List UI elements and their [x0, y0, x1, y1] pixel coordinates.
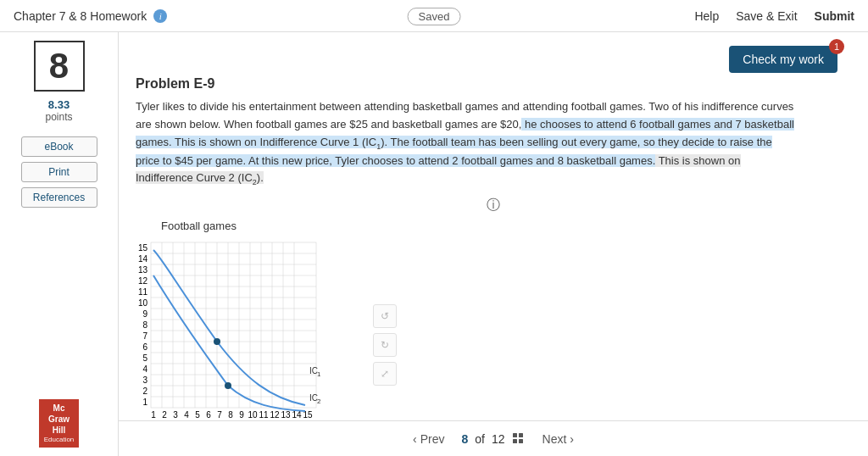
ic1-sublabel: 1: [317, 370, 321, 378]
svg-text:12: 12: [270, 410, 280, 420]
problem-number-box: 8: [34, 41, 85, 92]
check-btn-container: Check my work 1: [136, 39, 851, 76]
help-link[interactable]: Help: [694, 9, 719, 23]
chart-svg-wrap: 15 14 13 12 11 10 9 8 7 6 5 4 3 2: [136, 236, 364, 425]
svg-text:1: 1: [151, 410, 156, 420]
svg-text:5: 5: [195, 410, 200, 420]
svg-rect-59: [519, 433, 523, 437]
footer-nav: ‹ Prev 8 of 12 Next ›: [119, 420, 868, 456]
page-info: 8 of 12: [461, 432, 525, 446]
grid-icon[interactable]: [512, 432, 526, 446]
sidebar: 8 8.33 points eBook Print References Mc …: [0, 32, 119, 456]
svg-text:5: 5: [142, 353, 147, 363]
chart-container: Football games 15 14 13 12 11 10 9 8 7 6: [136, 220, 364, 425]
svg-text:9: 9: [239, 410, 244, 420]
prev-arrow-icon: ‹: [413, 432, 417, 446]
svg-text:2: 2: [142, 386, 147, 396]
ic1-point: [214, 338, 220, 345]
next-arrow-icon: ›: [570, 432, 574, 446]
check-my-work-button[interactable]: Check my work 1: [729, 46, 837, 73]
svg-text:8: 8: [228, 410, 233, 420]
next-label: Next: [542, 432, 567, 446]
mcgraw-hill-logo: Mc Graw Hill Education: [39, 399, 80, 448]
print-button[interactable]: Print: [21, 162, 97, 182]
points-info: 8.33 points: [45, 98, 72, 123]
chapter-title: Chapter 7 & 8 Homework: [14, 9, 147, 23]
svg-text:6: 6: [206, 410, 211, 420]
points-label: points: [45, 111, 72, 123]
svg-text:7: 7: [142, 331, 147, 341]
page-total: 12: [492, 432, 505, 446]
info-icon[interactable]: i: [153, 9, 167, 23]
prev-button[interactable]: ‹ Prev: [413, 432, 444, 446]
submit-button[interactable]: Submit: [815, 9, 854, 23]
problem-number: 8: [49, 46, 69, 86]
ic2-sublabel: 2: [317, 398, 321, 405]
page-current: 8: [461, 432, 468, 446]
svg-text:6: 6: [142, 342, 147, 352]
header-left: Chapter 7 & 8 Homework i: [14, 9, 167, 23]
svg-text:13: 13: [281, 410, 291, 420]
svg-text:8: 8: [142, 320, 147, 330]
svg-text:4: 4: [184, 410, 189, 420]
points-value: 8.33: [45, 98, 72, 111]
header: Chapter 7 & 8 Homework i Saved Help Save…: [0, 0, 868, 32]
svg-text:1: 1: [142, 398, 147, 407]
content-area: Check my work 1 Problem E-9 Tyler likes …: [119, 32, 868, 456]
svg-text:7: 7: [217, 410, 222, 420]
problem-title: Problem E-9: [136, 76, 851, 92]
chart-area: Football games 15 14 13 12 11 10 9 8 7 6: [136, 220, 851, 425]
svg-text:12: 12: [138, 276, 148, 286]
undo-button[interactable]: ↺: [373, 304, 397, 328]
svg-rect-60: [513, 439, 517, 443]
svg-text:11: 11: [138, 287, 148, 297]
chart-title: Football games: [161, 220, 364, 232]
svg-text:14: 14: [138, 254, 148, 264]
svg-text:13: 13: [138, 265, 148, 275]
references-button[interactable]: References: [21, 187, 97, 208]
svg-text:15: 15: [138, 243, 148, 253]
header-right: Help Save & Exit Submit: [694, 9, 854, 23]
prev-label: Prev: [420, 432, 445, 446]
svg-text:14: 14: [292, 410, 302, 420]
svg-text:10: 10: [138, 298, 148, 308]
of-label: of: [475, 432, 485, 446]
svg-text:11: 11: [259, 410, 269, 420]
indifference-curve-chart: 15 14 13 12 11 10 9 8 7 6 5 4 3 2: [136, 236, 364, 422]
svg-text:2: 2: [162, 410, 167, 420]
main-layout: 8 8.33 points eBook Print References Mc …: [0, 32, 868, 456]
next-button[interactable]: Next ›: [542, 432, 574, 446]
svg-text:4: 4: [142, 364, 147, 374]
svg-text:3: 3: [173, 410, 178, 420]
check-badge: 1: [829, 39, 844, 54]
svg-rect-58: [513, 433, 517, 437]
svg-text:9: 9: [142, 309, 147, 319]
svg-rect-61: [519, 439, 523, 443]
ic2-point: [225, 382, 231, 389]
ebook-button[interactable]: eBook: [21, 136, 97, 157]
svg-rect-15: [151, 242, 316, 408]
svg-text:10: 10: [248, 410, 258, 420]
move-button[interactable]: ⤢: [373, 362, 397, 386]
svg-text:3: 3: [142, 375, 147, 385]
save-exit-link[interactable]: Save & Exit: [736, 9, 797, 23]
problem-text: Tyler likes to divide his entertainment …: [136, 98, 797, 188]
chart-info-icon[interactable]: ⓘ: [136, 197, 851, 214]
redo-button[interactable]: ↻: [373, 333, 397, 357]
saved-badge: Saved: [408, 8, 461, 25]
